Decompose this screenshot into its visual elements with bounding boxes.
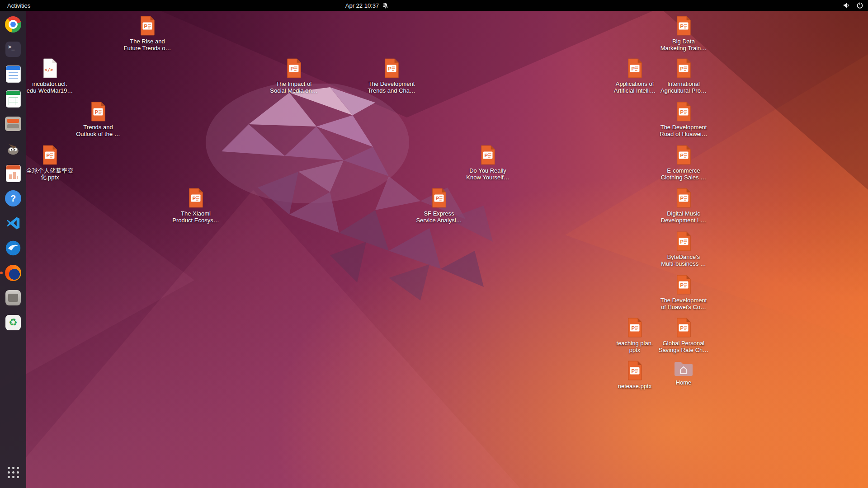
thunderbird-icon — [5, 240, 21, 256]
clock-button[interactable]: Apr 22 10:37 — [345, 0, 389, 11]
desktop-icon-ecommerce-clothing[interactable]: P E-commerce Clothing Sales … — [654, 144, 713, 182]
desktop-icon-label: Trends and Outlook of the … — [76, 124, 120, 137]
desktop-icon-label: SF Express Service Analysi… — [416, 211, 462, 224]
pptx-file-icon: P — [675, 145, 692, 165]
desktop-icon-label: Global Personal Savings Rate Ch… — [659, 340, 709, 353]
pptx-file-icon: P — [675, 231, 692, 252]
desktop-icon-trends-outlook[interactable]: P Trends and Outlook of the … — [69, 100, 127, 138]
desktop-icon-label: Applications of Artificial Intelli… — [614, 81, 656, 94]
desktop-icon-do-you-really-know[interactable]: P Do You Really Know Yourself… — [458, 144, 517, 182]
pptx-file-icon: P — [41, 145, 58, 165]
svg-text:P: P — [680, 109, 684, 115]
terminal-icon — [5, 42, 21, 57]
clock-label: Apr 22 10:37 — [345, 2, 379, 9]
desktop-icon-label: Digital Music Development L… — [661, 211, 706, 224]
pptx-file-icon: P — [675, 15, 692, 36]
svg-text:P: P — [484, 153, 488, 158]
desktop-icon-label: E-commerce Clothing Sales … — [661, 168, 706, 181]
svg-text:P: P — [680, 196, 684, 201]
desktop-icon-label: incubator.ucf. edu-WedMar19… — [27, 81, 73, 94]
svg-text:P: P — [435, 196, 439, 201]
apps-grid-icon — [8, 467, 19, 478]
svg-text:P: P — [680, 282, 684, 288]
dock-impress[interactable] — [3, 164, 24, 183]
svg-text:P: P — [94, 109, 98, 115]
show-applications-button[interactable] — [3, 463, 24, 482]
pptx-file-icon: P — [626, 360, 643, 381]
svg-text:P: P — [631, 66, 635, 71]
desktop-icon-label: The Development of Huawei's Co… — [660, 297, 707, 310]
desktop-icon-rise-future-trends[interactable]: P The Rise and Future Trends o… — [118, 14, 177, 52]
pptx-file-icon: P — [383, 58, 400, 79]
code-file-icon: </> — [41, 58, 58, 79]
desktop-icon-bytedance-multi[interactable]: P ByteDance's Multi-business … — [654, 230, 713, 268]
pptx-file-icon: P — [626, 58, 643, 79]
dock-firefox[interactable] — [3, 263, 24, 282]
svg-text:P: P — [290, 66, 294, 71]
desktop-icon-label: The Impact of Social Media on… — [270, 81, 318, 94]
dock-recycler[interactable] — [3, 313, 24, 332]
desktop-icon-home[interactable]: Home — [654, 359, 713, 387]
desktop-icon-development-huawei-co[interactable]: P The Development of Huawei's Co… — [654, 273, 713, 311]
pptx-file-icon: P — [675, 58, 692, 79]
desktop-icon-label: netease.pptx — [618, 383, 651, 390]
desktop-icon-global-savings-rate[interactable]: P Global Personal Savings Rate Ch… — [654, 316, 713, 354]
pptx-file-icon: P — [139, 15, 156, 36]
chrome-icon — [5, 16, 21, 33]
desktop-icon-sf-express[interactable]: P SF Express Service Analysi… — [410, 187, 468, 225]
system-status-area[interactable] — [843, 0, 863, 11]
desktop-icon-label: ByteDance's Multi-business … — [661, 254, 706, 267]
desktop-icon-xiaomi-ecosystem[interactable]: P The Xiaomi Product Ecosys… — [166, 187, 225, 225]
pptx-file-icon: P — [675, 101, 692, 122]
desktop-icon-global-savings-cn[interactable]: P 全球个人储蓄率变 化.pptx — [20, 144, 79, 182]
dock-settings[interactable] — [3, 288, 24, 307]
firefox-icon — [5, 265, 21, 281]
desktop-icon-label: The Xiaomi Product Ecosys… — [172, 211, 219, 224]
desktop-icon-big-data-marketing[interactable]: P Big Data Marketing Train… — [654, 14, 713, 52]
desktop-area[interactable]: P The Rise and Future Trends o… P Big Da… — [26, 11, 868, 488]
desktop-icon-incubator-file[interactable]: </> incubator.ucf. edu-WedMar19… — [20, 57, 79, 95]
home-folder-icon — [674, 360, 693, 377]
pptx-file-icon: P — [285, 58, 302, 79]
dock-calc[interactable] — [3, 89, 24, 108]
pptx-file-icon: P — [675, 317, 692, 338]
desktop-icon-digital-music[interactable]: P Digital Music Development L… — [654, 187, 713, 225]
dock-files[interactable] — [3, 114, 24, 133]
settings-icon — [5, 290, 21, 305]
dock-thunderbird[interactable] — [3, 239, 24, 258]
desktop-icon-impact-social-media[interactable]: P The Impact of Social Media on… — [264, 57, 323, 95]
svg-text:P: P — [631, 325, 635, 331]
svg-text:P: P — [631, 368, 635, 374]
gimp-icon — [5, 141, 21, 157]
dock-terminal[interactable] — [3, 40, 24, 59]
desktop-icon-label: 全球个人储蓄率变 化.pptx — [26, 168, 73, 181]
desktop-icon-label: The Rise and Future Trends o… — [124, 38, 171, 52]
dock-writer[interactable] — [3, 65, 24, 84]
pptx-file-icon: P — [626, 317, 643, 338]
impress-icon — [6, 165, 21, 182]
activities-button[interactable]: Activities — [0, 0, 38, 11]
svg-text:P: P — [680, 153, 684, 158]
svg-text:P: P — [192, 196, 196, 201]
help-icon — [5, 190, 21, 206]
svg-text:P: P — [680, 66, 684, 71]
volume-icon — [843, 2, 850, 9]
dock-gimp[interactable] — [3, 139, 24, 158]
desktop-icon-international-agricultural[interactable]: P International Agricultural Pro… — [654, 57, 713, 95]
desktop-icon-development-road-huawei[interactable]: P The Development Road of Huawei… — [654, 100, 713, 138]
recycle-icon — [5, 315, 21, 330]
power-icon — [856, 2, 863, 9]
dock-help[interactable] — [3, 189, 24, 208]
svg-text:P: P — [680, 23, 684, 29]
desktop-icon-label: The Development Road of Huawei… — [660, 124, 708, 137]
desktop-icon-development-trends-cha[interactable]: P The Development Trends and Cha… — [362, 57, 421, 95]
files-icon — [5, 117, 21, 131]
dock-vscode[interactable] — [3, 214, 24, 233]
svg-text:P: P — [46, 153, 50, 158]
svg-text:</>: </> — [45, 67, 53, 72]
desktop-icon-label: The Development Trends and Cha… — [368, 81, 415, 94]
desktop-icon-label: teaching plan. pptx — [617, 340, 653, 353]
writer-icon — [6, 66, 21, 83]
desktop-icon-label: Big Data Marketing Train… — [660, 38, 707, 52]
dock-chrome[interactable] — [3, 15, 24, 34]
